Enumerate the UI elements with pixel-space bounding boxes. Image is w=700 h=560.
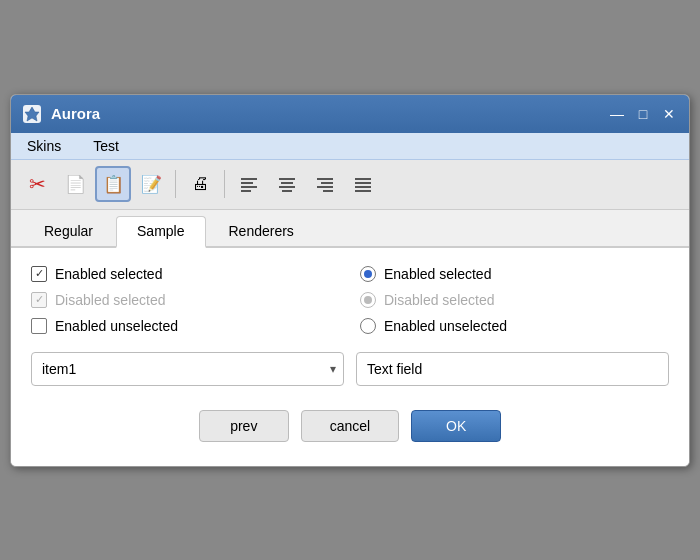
radio-enabled-selected[interactable] [360,266,376,282]
radio-enabled-unselected-row: Enabled unselected [360,318,669,334]
justify-icon [353,174,373,194]
toolbar: ✂ 📄 📋 📝 🖨 [11,160,689,210]
cancel-button[interactable]: cancel [301,410,399,442]
checkbox-disabled-selected-label: Disabled selected [55,292,166,308]
radio-enabled-unselected[interactable] [360,318,376,334]
tab-content: Enabled selected Enabled selected Disabl… [11,248,689,466]
tab-regular[interactable]: Regular [23,216,114,246]
svg-rect-15 [355,182,371,184]
cut-button[interactable]: ✂ [19,166,55,202]
svg-rect-7 [281,182,293,184]
ok-button[interactable]: OK [411,410,501,442]
tab-sample[interactable]: Sample [116,216,205,248]
print-button[interactable]: 🖨 [182,166,218,202]
menubar: Skins Test [11,133,689,160]
align-right-button[interactable] [307,166,343,202]
radio-enabled-unselected-label: Enabled unselected [384,318,507,334]
minimize-button[interactable]: — [607,104,627,124]
checkbox-enabled-selected-row: Enabled selected [31,266,340,282]
inputs-row: item1 item2 item3 ▾ [31,352,669,386]
buttons-row: prev cancel OK [31,406,669,448]
svg-rect-9 [282,190,292,192]
svg-rect-3 [241,182,253,184]
align-right-icon [315,174,335,194]
checkbox-enabled-selected[interactable] [31,266,47,282]
svg-rect-17 [355,190,371,192]
svg-rect-16 [355,186,371,188]
svg-rect-10 [317,178,333,180]
checkbox-enabled-unselected[interactable] [31,318,47,334]
item-dropdown[interactable]: item1 item2 item3 [31,352,344,386]
format-button[interactable]: 📝 [133,166,169,202]
svg-rect-14 [355,178,371,180]
titlebar: Aurora — □ ✕ [11,95,689,133]
scissors-icon: ✂ [29,172,46,196]
justify-button[interactable] [345,166,381,202]
toolbar-separator [175,170,176,198]
svg-rect-6 [279,178,295,180]
toolbar-separator-2 [224,170,225,198]
copy-icon: 📄 [65,174,86,195]
radio-disabled-selected-label: Disabled selected [384,292,495,308]
align-left-icon [239,174,259,194]
checkbox-disabled-selected-row: Disabled selected [31,292,340,308]
svg-rect-11 [321,182,333,184]
maximize-button[interactable]: □ [633,104,653,124]
svg-rect-12 [317,186,333,188]
close-button[interactable]: ✕ [659,104,679,124]
copy-button[interactable]: 📄 [57,166,93,202]
radio-disabled-selected [360,292,376,308]
radio-disabled-selected-row: Disabled selected [360,292,669,308]
prev-button[interactable]: prev [199,410,289,442]
window-title: Aurora [51,105,607,122]
main-window: Aurora — □ ✕ Skins Test ✂ 📄 📋 📝 🖨 [10,94,690,467]
align-left-button[interactable] [231,166,267,202]
tabs-bar: Regular Sample Renderers [11,210,689,248]
paste-icon: 📋 [103,174,124,195]
radio-enabled-selected-label: Enabled selected [384,266,491,282]
svg-rect-13 [323,190,333,192]
paste-button[interactable]: 📋 [95,166,131,202]
radio-enabled-selected-row: Enabled selected [360,266,669,282]
window-controls: — □ ✕ [607,104,679,124]
dropdown-wrapper: item1 item2 item3 ▾ [31,352,344,386]
svg-rect-8 [279,186,295,188]
svg-rect-5 [241,190,251,192]
app-logo [21,103,43,125]
checkbox-enabled-unselected-label: Enabled unselected [55,318,178,334]
checkbox-enabled-unselected-row: Enabled unselected [31,318,340,334]
menu-test[interactable]: Test [85,135,127,157]
text-field-input[interactable] [356,352,669,386]
checkbox-disabled-selected [31,292,47,308]
menu-skins[interactable]: Skins [19,135,69,157]
checkbox-enabled-selected-label: Enabled selected [55,266,162,282]
tab-renderers[interactable]: Renderers [208,216,315,246]
align-center-button[interactable] [269,166,305,202]
svg-rect-4 [241,186,257,188]
align-center-icon [277,174,297,194]
format-icon: 📝 [141,174,162,195]
svg-rect-2 [241,178,257,180]
controls-grid: Enabled selected Enabled selected Disabl… [31,266,669,334]
print-icon: 🖨 [192,174,209,194]
